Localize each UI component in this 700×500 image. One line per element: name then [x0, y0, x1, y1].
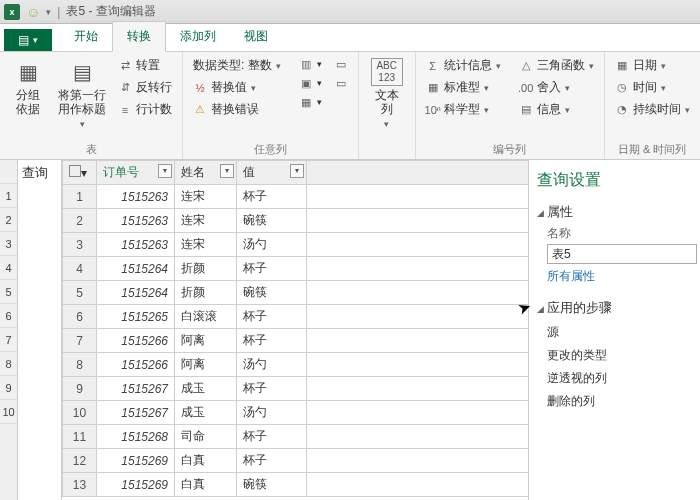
applied-step[interactable]: 更改的类型: [537, 344, 692, 367]
cell-value[interactable]: 汤勺: [237, 353, 307, 377]
move-button[interactable]: ▣▾: [297, 75, 324, 91]
cell-order[interactable]: 1515263: [97, 233, 175, 257]
tab-home[interactable]: 开始: [60, 22, 112, 51]
cell-name[interactable]: 阿离: [175, 329, 237, 353]
trig-button[interactable]: △三角函数: [517, 56, 596, 75]
table-row[interactable]: 121515269白真杯子: [63, 449, 529, 473]
pivot-button[interactable]: ▦▾: [297, 94, 324, 110]
table-row[interactable]: 71515266阿离杯子: [63, 329, 529, 353]
column-header-value[interactable]: 值▾: [237, 161, 307, 185]
duration-button[interactable]: ◔持续时间: [613, 100, 692, 119]
row-count-button[interactable]: ≡行计数: [116, 100, 174, 119]
extra1-button[interactable]: ▭: [332, 56, 350, 72]
cell-order[interactable]: 1515267: [97, 377, 175, 401]
cell-name[interactable]: 连宋: [175, 209, 237, 233]
cell-value[interactable]: 碗筷: [237, 473, 307, 497]
data-grid[interactable]: ▾ 订单号▾ 姓名▾ 值▾ 11515263连宋杯子21515263连宋碗筷31…: [62, 160, 528, 497]
cell-value[interactable]: 碗筷: [237, 209, 307, 233]
cell-value[interactable]: 汤勺: [237, 401, 307, 425]
cell-name[interactable]: 折颜: [175, 257, 237, 281]
clock-icon: ◷: [615, 81, 629, 95]
table-row[interactable]: 91515267成玉杯子: [63, 377, 529, 401]
reverse-rows-button[interactable]: ⇵反转行: [116, 78, 174, 97]
cell-value[interactable]: 杯子: [237, 185, 307, 209]
replace-errors-button[interactable]: ⚠替换错误: [191, 100, 283, 119]
table-row[interactable]: 101515267成玉汤勺: [63, 401, 529, 425]
all-properties-link[interactable]: 所有属性: [537, 268, 692, 285]
cell-order[interactable]: 1515269: [97, 473, 175, 497]
round-button[interactable]: .00舍入: [517, 78, 596, 97]
row-number: 2: [63, 209, 97, 233]
cell-value[interactable]: 杯子: [237, 257, 307, 281]
group-by-button[interactable]: ▦分组 依据: [8, 56, 48, 119]
cell-value[interactable]: 碗筷: [237, 281, 307, 305]
table-row[interactable]: 111515268司命杯子: [63, 425, 529, 449]
table-row[interactable]: 41515264折颜杯子: [63, 257, 529, 281]
time-button[interactable]: ◷时间: [613, 78, 692, 97]
cell-name[interactable]: 连宋: [175, 185, 237, 209]
table-row[interactable]: 51515264折颜碗筷: [63, 281, 529, 305]
cell-name[interactable]: 连宋: [175, 233, 237, 257]
cell-name[interactable]: 折颜: [175, 281, 237, 305]
table-row[interactable]: 21515263连宋碗筷: [63, 209, 529, 233]
filter-icon[interactable]: ▾: [290, 164, 304, 178]
queries-pane[interactable]: 查询: [18, 160, 62, 500]
table-row[interactable]: 81515266阿离汤勺: [63, 353, 529, 377]
cell-order[interactable]: 1515269: [97, 449, 175, 473]
text-column-button[interactable]: ABC123文本 列: [367, 56, 407, 132]
properties-header[interactable]: 属性: [537, 203, 692, 221]
cell-value[interactable]: 杯子: [237, 377, 307, 401]
applied-step[interactable]: 源: [537, 321, 692, 344]
scientific-button[interactable]: 10ⁿ科学型: [424, 100, 503, 119]
cell-order[interactable]: 1515268: [97, 425, 175, 449]
file-menu[interactable]: ▤: [4, 29, 52, 51]
cell-name[interactable]: 白真: [175, 473, 237, 497]
replace-values-button[interactable]: ½替换值: [191, 78, 283, 97]
extra2-button[interactable]: ▭: [332, 75, 350, 91]
steps-header[interactable]: 应用的步骤: [537, 299, 692, 317]
cell-order[interactable]: 1515264: [97, 281, 175, 305]
applied-step[interactable]: 逆透视的列: [537, 367, 692, 390]
cell-order[interactable]: 1515266: [97, 329, 175, 353]
cell-value[interactable]: 汤勺: [237, 233, 307, 257]
cell-order[interactable]: 1515263: [97, 185, 175, 209]
table-row[interactable]: 131515269白真碗筷: [63, 473, 529, 497]
stats-button[interactable]: Σ统计信息: [424, 56, 503, 75]
table-row[interactable]: 11515263连宋杯子: [63, 185, 529, 209]
grid-corner[interactable]: ▾: [63, 161, 97, 185]
cell-order[interactable]: 1515265: [97, 305, 175, 329]
cell-name[interactable]: 成玉: [175, 401, 237, 425]
table-row[interactable]: 31515263连宋汤勺: [63, 233, 529, 257]
cell-name[interactable]: 司命: [175, 425, 237, 449]
standard-button[interactable]: ▦标准型: [424, 78, 503, 97]
column-header-name[interactable]: 姓名▾: [175, 161, 237, 185]
cell-order[interactable]: 1515263: [97, 209, 175, 233]
cell-name[interactable]: 白真: [175, 449, 237, 473]
tab-addcolumn[interactable]: 添加列: [166, 22, 230, 51]
table-row[interactable]: 61515265白滚滚杯子: [63, 305, 529, 329]
cell-value[interactable]: 杯子: [237, 305, 307, 329]
cell-order[interactable]: 1515267: [97, 401, 175, 425]
filter-icon[interactable]: ▾: [220, 164, 234, 178]
column-header-order[interactable]: 订单号▾: [97, 161, 175, 185]
cell-name[interactable]: 白滚滚: [175, 305, 237, 329]
cell-value[interactable]: 杯子: [237, 329, 307, 353]
first-row-header-button[interactable]: ▤将第一行 用作标题: [56, 56, 108, 132]
dropdown-icon[interactable]: ▾: [46, 7, 51, 17]
cell-value[interactable]: 杯子: [237, 425, 307, 449]
tab-view[interactable]: 视图: [230, 22, 282, 51]
filter-icon[interactable]: ▾: [158, 164, 172, 178]
cell-order[interactable]: 1515266: [97, 353, 175, 377]
date-button[interactable]: ▦日期: [613, 56, 692, 75]
datatype-button[interactable]: 数据类型: 整数: [191, 56, 283, 75]
transpose-button[interactable]: ⇄转置: [116, 56, 174, 75]
fill-button[interactable]: ▥▾: [297, 56, 324, 72]
tab-transform[interactable]: 转换: [112, 21, 166, 52]
cell-name[interactable]: 成玉: [175, 377, 237, 401]
info-button[interactable]: ▤信息: [517, 100, 596, 119]
query-name-input[interactable]: [547, 244, 697, 264]
cell-value[interactable]: 杯子: [237, 449, 307, 473]
applied-step[interactable]: 删除的列: [537, 390, 692, 413]
cell-name[interactable]: 阿离: [175, 353, 237, 377]
cell-order[interactable]: 1515264: [97, 257, 175, 281]
